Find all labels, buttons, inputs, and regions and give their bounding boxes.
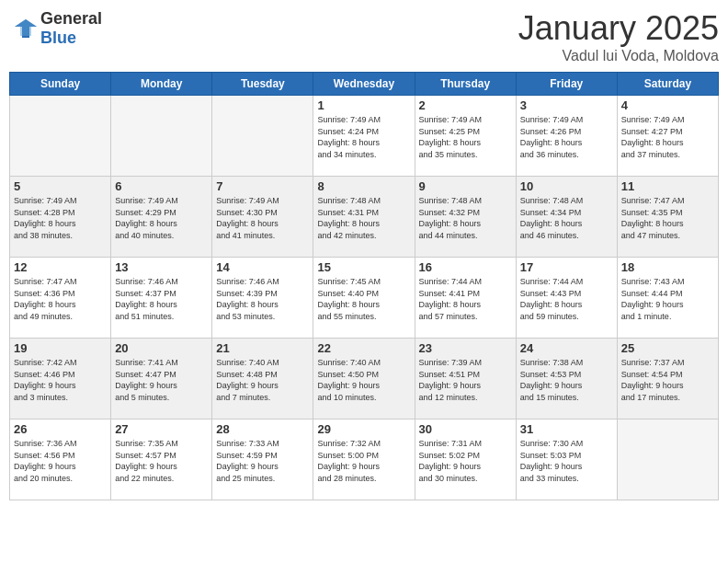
day-info: Sunrise: 7:44 AM Sunset: 4:43 PM Dayligh…	[520, 276, 613, 322]
day-number: 14	[216, 260, 309, 274]
day-info: Sunrise: 7:48 AM Sunset: 4:34 PM Dayligh…	[520, 195, 613, 241]
day-number: 1	[317, 98, 410, 112]
calendar-cell	[212, 96, 313, 177]
calendar-cell: 19Sunrise: 7:42 AM Sunset: 4:46 PM Dayli…	[10, 339, 111, 419]
calendar-cell: 16Sunrise: 7:44 AM Sunset: 4:41 PM Dayli…	[415, 258, 516, 339]
calendar-cell	[111, 96, 212, 177]
day-number: 31	[520, 422, 613, 436]
day-info: Sunrise: 7:48 AM Sunset: 4:31 PM Dayligh…	[317, 195, 410, 241]
day-number: 2	[419, 98, 512, 112]
day-info: Sunrise: 7:46 AM Sunset: 4:37 PM Dayligh…	[115, 276, 208, 322]
day-info: Sunrise: 7:46 AM Sunset: 4:39 PM Dayligh…	[216, 276, 309, 322]
week-row-5: 26Sunrise: 7:36 AM Sunset: 4:56 PM Dayli…	[10, 419, 719, 500]
week-row-3: 12Sunrise: 7:47 AM Sunset: 4:36 PM Dayli…	[10, 258, 719, 339]
day-info: Sunrise: 7:49 AM Sunset: 4:28 PM Dayligh…	[14, 195, 107, 241]
day-info: Sunrise: 7:49 AM Sunset: 4:30 PM Dayligh…	[216, 195, 309, 241]
day-number: 30	[419, 422, 512, 436]
day-info: Sunrise: 7:45 AM Sunset: 4:40 PM Dayligh…	[317, 276, 410, 322]
calendar-cell: 24Sunrise: 7:38 AM Sunset: 4:53 PM Dayli…	[516, 339, 617, 419]
day-number: 26	[14, 422, 107, 436]
day-number: 24	[520, 341, 613, 355]
calendar-cell: 23Sunrise: 7:39 AM Sunset: 4:51 PM Dayli…	[415, 339, 516, 419]
day-number: 21	[216, 341, 309, 355]
calendar-cell: 30Sunrise: 7:31 AM Sunset: 5:02 PM Dayli…	[415, 419, 516, 500]
calendar-cell: 8Sunrise: 7:48 AM Sunset: 4:31 PM Daylig…	[313, 177, 415, 258]
header: General Blue January 2025 Vadul lui Voda…	[9, 9, 719, 64]
header-day-friday: Friday	[516, 73, 617, 96]
day-info: Sunrise: 7:49 AM Sunset: 4:24 PM Dayligh…	[317, 114, 410, 160]
month-title: January 2025	[518, 9, 719, 48]
logo-general: General	[40, 9, 102, 28]
day-info: Sunrise: 7:47 AM Sunset: 4:35 PM Dayligh…	[621, 195, 714, 241]
calendar-cell: 31Sunrise: 7:30 AM Sunset: 5:03 PM Dayli…	[516, 419, 617, 500]
day-info: Sunrise: 7:49 AM Sunset: 4:25 PM Dayligh…	[419, 114, 512, 160]
day-number: 13	[115, 260, 208, 274]
week-row-4: 19Sunrise: 7:42 AM Sunset: 4:46 PM Dayli…	[10, 339, 719, 419]
day-number: 6	[115, 179, 208, 193]
day-number: 3	[520, 98, 613, 112]
day-info: Sunrise: 7:49 AM Sunset: 4:26 PM Dayligh…	[520, 114, 613, 160]
calendar-cell: 9Sunrise: 7:48 AM Sunset: 4:32 PM Daylig…	[415, 177, 516, 258]
day-info: Sunrise: 7:49 AM Sunset: 4:27 PM Dayligh…	[621, 114, 714, 160]
day-info: Sunrise: 7:43 AM Sunset: 4:44 PM Dayligh…	[621, 276, 714, 322]
day-number: 20	[115, 341, 208, 355]
day-number: 28	[216, 422, 309, 436]
calendar-cell: 5Sunrise: 7:49 AM Sunset: 4:28 PM Daylig…	[10, 177, 111, 258]
calendar-cell: 6Sunrise: 7:49 AM Sunset: 4:29 PM Daylig…	[111, 177, 212, 258]
calendar-cell: 7Sunrise: 7:49 AM Sunset: 4:30 PM Daylig…	[212, 177, 313, 258]
calendar-cell: 15Sunrise: 7:45 AM Sunset: 4:40 PM Dayli…	[313, 258, 415, 339]
day-info: Sunrise: 7:40 AM Sunset: 4:50 PM Dayligh…	[317, 357, 410, 403]
day-info: Sunrise: 7:30 AM Sunset: 5:03 PM Dayligh…	[520, 438, 613, 484]
day-info: Sunrise: 7:35 AM Sunset: 4:57 PM Dayligh…	[115, 438, 208, 484]
svg-marker-1	[15, 19, 37, 36]
day-number: 25	[621, 341, 714, 355]
calendar-cell: 22Sunrise: 7:40 AM Sunset: 4:50 PM Dayli…	[313, 339, 415, 419]
header-day-saturday: Saturday	[617, 73, 718, 96]
day-info: Sunrise: 7:41 AM Sunset: 4:47 PM Dayligh…	[115, 357, 208, 403]
day-info: Sunrise: 7:37 AM Sunset: 4:54 PM Dayligh…	[621, 357, 714, 403]
logo-blue: Blue	[40, 29, 76, 47]
day-number: 11	[621, 179, 714, 193]
location-title: Vadul lui Voda, Moldova	[518, 48, 719, 64]
day-info: Sunrise: 7:33 AM Sunset: 4:59 PM Dayligh…	[216, 438, 309, 484]
title-area: January 2025 Vadul lui Voda, Moldova	[518, 9, 719, 64]
day-number: 18	[621, 260, 714, 274]
day-info: Sunrise: 7:49 AM Sunset: 4:29 PM Dayligh…	[115, 195, 208, 241]
calendar-cell: 26Sunrise: 7:36 AM Sunset: 4:56 PM Dayli…	[10, 419, 111, 500]
calendar-cell: 25Sunrise: 7:37 AM Sunset: 4:54 PM Dayli…	[617, 339, 718, 419]
day-number: 10	[520, 179, 613, 193]
day-info: Sunrise: 7:36 AM Sunset: 4:56 PM Dayligh…	[14, 438, 107, 484]
day-number: 29	[317, 422, 410, 436]
logo-icon	[9, 17, 37, 40]
header-row: SundayMondayTuesdayWednesdayThursdayFrid…	[10, 73, 719, 96]
calendar-cell: 10Sunrise: 7:48 AM Sunset: 4:34 PM Dayli…	[516, 177, 617, 258]
calendar-cell: 14Sunrise: 7:46 AM Sunset: 4:39 PM Dayli…	[212, 258, 313, 339]
day-number: 19	[14, 341, 107, 355]
logo-text: General Blue	[40, 9, 102, 48]
header-day-wednesday: Wednesday	[313, 73, 415, 96]
calendar-cell: 4Sunrise: 7:49 AM Sunset: 4:27 PM Daylig…	[617, 96, 718, 177]
day-number: 4	[621, 98, 714, 112]
day-info: Sunrise: 7:44 AM Sunset: 4:41 PM Dayligh…	[419, 276, 512, 322]
day-number: 15	[317, 260, 410, 274]
calendar-cell: 11Sunrise: 7:47 AM Sunset: 4:35 PM Dayli…	[617, 177, 718, 258]
week-row-2: 5Sunrise: 7:49 AM Sunset: 4:28 PM Daylig…	[10, 177, 719, 258]
day-number: 23	[419, 341, 512, 355]
day-info: Sunrise: 7:38 AM Sunset: 4:53 PM Dayligh…	[520, 357, 613, 403]
day-number: 17	[520, 260, 613, 274]
header-day-tuesday: Tuesday	[212, 73, 313, 96]
day-info: Sunrise: 7:47 AM Sunset: 4:36 PM Dayligh…	[14, 276, 107, 322]
day-number: 9	[419, 179, 512, 193]
day-info: Sunrise: 7:48 AM Sunset: 4:32 PM Dayligh…	[419, 195, 512, 241]
calendar-cell: 2Sunrise: 7:49 AM Sunset: 4:25 PM Daylig…	[415, 96, 516, 177]
header-day-monday: Monday	[111, 73, 212, 96]
calendar-cell: 13Sunrise: 7:46 AM Sunset: 4:37 PM Dayli…	[111, 258, 212, 339]
day-info: Sunrise: 7:39 AM Sunset: 4:51 PM Dayligh…	[419, 357, 512, 403]
header-day-thursday: Thursday	[415, 73, 516, 96]
day-number: 27	[115, 422, 208, 436]
day-info: Sunrise: 7:42 AM Sunset: 4:46 PM Dayligh…	[14, 357, 107, 403]
header-day-sunday: Sunday	[10, 73, 111, 96]
calendar-cell: 21Sunrise: 7:40 AM Sunset: 4:48 PM Dayli…	[212, 339, 313, 419]
logo: General Blue	[9, 9, 102, 48]
calendar-cell: 3Sunrise: 7:49 AM Sunset: 4:26 PM Daylig…	[516, 96, 617, 177]
